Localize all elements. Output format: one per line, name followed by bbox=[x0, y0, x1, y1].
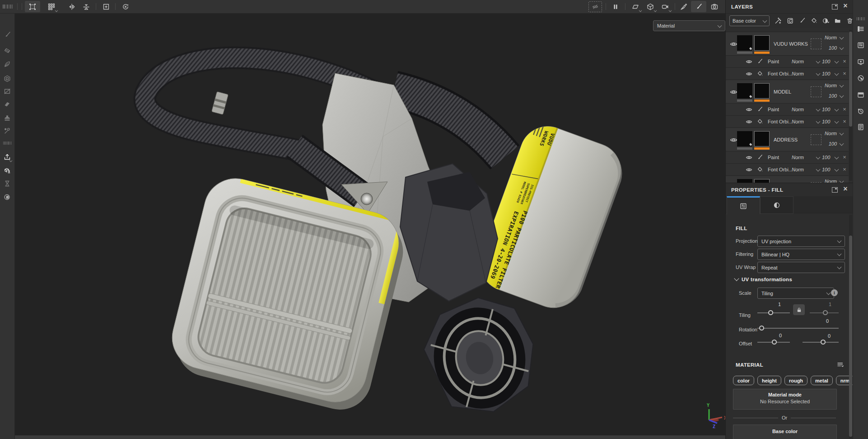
ghost-visibility-button[interactable] bbox=[588, 1, 602, 12]
layer-name[interactable]: MODEL bbox=[774, 89, 791, 94]
scale-mode-dropdown[interactable]: Tiling bbox=[757, 288, 834, 299]
polygon-select-tool[interactable] bbox=[2, 86, 13, 97]
remove-effect-icon[interactable] bbox=[842, 154, 847, 160]
blend-mode-dropdown[interactable]: Norm bbox=[825, 35, 843, 40]
layer-effect-row[interactable]: Paint Norm 100 bbox=[726, 104, 849, 116]
clone-stamp-tool[interactable] bbox=[2, 113, 13, 123]
layer-content-thumbnail[interactable] bbox=[754, 131, 770, 146]
layer-effect-row[interactable]: Paint Norm 100 bbox=[726, 151, 849, 164]
offset-y-value[interactable]: 0 bbox=[828, 333, 831, 339]
add-effect-wand-icon[interactable] bbox=[775, 17, 781, 24]
viewport-bottom-scrollbar[interactable] bbox=[14, 435, 725, 439]
quick-mask-tool[interactable] bbox=[2, 99, 13, 110]
paint-brush-tool[interactable] bbox=[2, 29, 13, 40]
dock-tab-layers[interactable] bbox=[855, 24, 866, 34]
channel-color-button[interactable]: color bbox=[733, 376, 754, 385]
offset-x-value[interactable]: 0 bbox=[779, 333, 782, 338]
layer-group-row[interactable]: MODEL Norm 100 bbox=[726, 80, 849, 104]
delete-layer-icon[interactable] bbox=[846, 17, 853, 24]
opacity-dropdown[interactable]: 100 bbox=[822, 155, 838, 160]
layer-mask-thumbnail[interactable] bbox=[737, 179, 752, 183]
particles-tool-button[interactable] bbox=[677, 1, 690, 12]
offset-x-slider[interactable] bbox=[757, 339, 790, 345]
channel-height-button[interactable]: height bbox=[757, 376, 781, 385]
eraser-tool[interactable] bbox=[2, 45, 13, 56]
blend-mode-dropdown[interactable]: Norm bbox=[792, 155, 820, 160]
dock-tab-texture-set-settings[interactable] bbox=[855, 90, 866, 100]
tiling-x-slider[interactable] bbox=[757, 310, 790, 316]
remove-effect-icon[interactable] bbox=[842, 106, 847, 113]
camera-view-button[interactable] bbox=[658, 1, 672, 12]
layer-mask-thumbnail[interactable] bbox=[737, 131, 752, 146]
effect-name[interactable]: Font Orbi... bbox=[768, 71, 793, 76]
base-color-box[interactable]: Base color bbox=[733, 425, 837, 439]
layer-group-row[interactable]: VERTICAL TEXT B... Norm bbox=[726, 176, 849, 183]
layer-effect-row[interactable]: Font Orbi... Norm 100 bbox=[726, 116, 849, 128]
effect-name[interactable]: Paint bbox=[768, 59, 779, 64]
opacity-dropdown[interactable]: 100 bbox=[822, 59, 838, 64]
rotation-value[interactable]: 0 bbox=[826, 318, 829, 324]
shading-mode-dropdown[interactable]: Material bbox=[653, 20, 725, 31]
add-paint-layer-icon[interactable] bbox=[798, 17, 805, 24]
effect-name[interactable]: Font Orbi... bbox=[768, 119, 793, 124]
opacity-dropdown[interactable]: 100 bbox=[829, 93, 843, 99]
channel-metal-button[interactable]: metal bbox=[811, 376, 833, 385]
remove-effect-icon[interactable] bbox=[842, 70, 847, 77]
material-picker-tool[interactable] bbox=[2, 125, 13, 136]
dock-tab-history[interactable] bbox=[855, 106, 866, 117]
layer-effect-row[interactable]: Paint Norm 100 bbox=[726, 56, 849, 68]
layer-content-thumbnail[interactable] bbox=[754, 179, 770, 183]
layer-effect-row[interactable]: Font Orbi... Norm 100 bbox=[726, 68, 849, 80]
offset-y-slider[interactable] bbox=[803, 339, 839, 345]
dock-drag-handle[interactable] bbox=[857, 17, 865, 20]
blend-mode-dropdown[interactable]: Norm bbox=[792, 71, 820, 76]
material-mode-box[interactable]: Material mode No Resource Selected bbox=[733, 389, 837, 410]
toolbar-drag-handle[interactable] bbox=[3, 5, 13, 9]
layer-content-thumbnail[interactable] bbox=[754, 83, 770, 99]
reset-view-button[interactable] bbox=[119, 1, 132, 12]
visibility-eye-icon[interactable] bbox=[730, 40, 737, 48]
visibility-eye-icon[interactable] bbox=[746, 71, 752, 77]
blend-mode-dropdown[interactable]: Norm bbox=[792, 107, 820, 112]
transform-select-button[interactable] bbox=[25, 1, 40, 12]
info-icon[interactable] bbox=[831, 289, 838, 296]
layer-effect-row[interactable]: Font Orbi... Norm 100 bbox=[726, 164, 849, 176]
material-channels-box[interactable] bbox=[811, 86, 821, 97]
channel-rough-button[interactable]: rough bbox=[784, 376, 807, 385]
layer-group-row[interactable]: VUDU WORKS Norm 100 bbox=[726, 32, 849, 56]
opacity-dropdown[interactable]: 100 bbox=[829, 141, 843, 146]
tab-mask[interactable] bbox=[760, 196, 793, 214]
opacity-dropdown[interactable]: 100 bbox=[822, 71, 838, 76]
projection-tool[interactable] bbox=[2, 59, 13, 70]
visibility-eye-icon[interactable] bbox=[746, 118, 752, 125]
assets-tool[interactable] bbox=[2, 165, 13, 176]
tiling-y-value[interactable]: 1 bbox=[829, 302, 831, 307]
blend-mode-dropdown[interactable]: Norm bbox=[825, 131, 843, 136]
layer-mask-thumbnail[interactable] bbox=[737, 83, 752, 99]
close-panel-icon[interactable] bbox=[842, 184, 849, 194]
rotation-slider[interactable] bbox=[757, 325, 839, 331]
blend-mode-dropdown[interactable]: Norm bbox=[825, 179, 843, 183]
layer-name[interactable]: ADDRESS bbox=[774, 137, 798, 142]
screenshot-button[interactable] bbox=[708, 1, 721, 12]
channel-filter-dropdown[interactable]: Base color bbox=[729, 15, 770, 26]
opacity-dropdown[interactable]: 100 bbox=[822, 167, 838, 172]
effect-name[interactable]: Paint bbox=[768, 107, 779, 112]
dock-tab-display-settings[interactable] bbox=[855, 57, 866, 67]
uv-wrap-dropdown[interactable]: Repeat bbox=[757, 262, 845, 273]
uv-transformations-header[interactable]: UV transformations bbox=[735, 277, 792, 282]
close-panel-icon[interactable] bbox=[842, 1, 849, 10]
blend-mode-dropdown[interactable]: Norm bbox=[792, 167, 820, 172]
undock-panel-icon[interactable] bbox=[832, 4, 838, 9]
opacity-dropdown[interactable]: 100 bbox=[829, 45, 843, 51]
effect-name[interactable]: Font Orbi... bbox=[768, 167, 793, 172]
pause-engine-button[interactable] bbox=[609, 1, 622, 12]
effect-name[interactable]: Paint bbox=[768, 155, 779, 160]
mirror-horizontal-button[interactable] bbox=[65, 1, 78, 12]
baking-tool[interactable] bbox=[2, 178, 13, 189]
remove-effect-icon[interactable] bbox=[842, 58, 847, 65]
mirror-vertical-button[interactable] bbox=[80, 1, 93, 12]
dock-tab-log[interactable] bbox=[855, 122, 866, 132]
symmetry-grid-button[interactable] bbox=[45, 1, 58, 12]
material-channels-box[interactable] bbox=[811, 38, 821, 49]
